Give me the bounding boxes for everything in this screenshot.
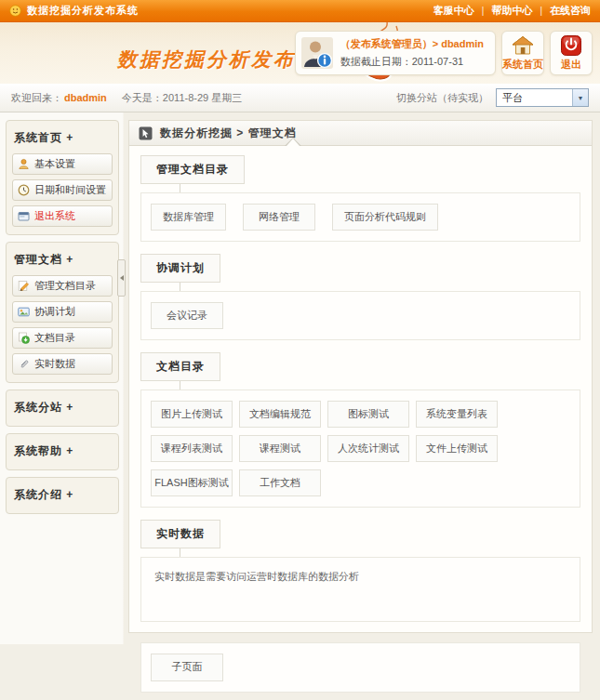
doc-button-subpage[interactable]: 子页面 bbox=[151, 654, 223, 681]
brand-title: 数据挖掘分析发布系统 bbox=[27, 4, 139, 18]
sidebar-section-system-home: 系统首页 + 基本设置 日期和时间设置 退出系统 bbox=[6, 120, 119, 235]
header: 数据挖掘分析发布系统 （发布系统管理员）> dbadmin 数据截止日期：201… bbox=[0, 22, 600, 84]
doc-button-icon-test[interactable]: 图标测试 bbox=[327, 401, 409, 428]
sidebar-section-title[interactable]: 系统帮助 + bbox=[12, 441, 113, 462]
section-realtime-data: 实时数据 实时数据是需要访问运营时数据库的数据分析 bbox=[140, 520, 580, 622]
sidebar-item-label: 管理文档目录 bbox=[34, 279, 96, 293]
sidebar-section-system-help: 系统帮助 + bbox=[6, 433, 119, 470]
doc-button-network-mgmt[interactable]: 网络管理 bbox=[243, 204, 315, 231]
sidebar-item-realtime-data[interactable]: 实时数据 bbox=[12, 353, 113, 375]
section-tab-coordination-plan[interactable]: 协调计划 bbox=[140, 254, 220, 283]
sidebar-item-label: 文档目录 bbox=[34, 331, 75, 345]
sidebar-item-label: 基本设置 bbox=[34, 157, 75, 171]
user-role-line: （发布系统管理员）> dbadmin bbox=[340, 37, 484, 51]
doc-button-doc-edit-spec[interactable]: 文档编辑规范 bbox=[239, 401, 321, 428]
header-right: （发布系统管理员）> dbadmin 数据截止日期：2011-07-31 系统首… bbox=[295, 31, 593, 75]
system-home-label: 系统首页 bbox=[502, 58, 543, 72]
section-tab-realtime-data[interactable]: 实时数据 bbox=[140, 520, 220, 548]
doc-button-meeting-minutes[interactable]: 会议记录 bbox=[151, 302, 223, 329]
topbar-link-online[interactable]: 在线咨询 bbox=[550, 4, 591, 18]
sidebar-item-label: 退出系统 bbox=[34, 209, 75, 223]
tab-stem bbox=[180, 548, 180, 557]
sidebar-section-system-intro: 系统介绍 + bbox=[6, 477, 119, 514]
welcome-left: 欢迎回来： dbadmin 今天是：2011-8-29 星期三 bbox=[11, 91, 242, 105]
doc-button-headcount-test[interactable]: 人次统计测试 bbox=[327, 435, 409, 462]
tab-stem bbox=[180, 381, 180, 390]
window-icon bbox=[18, 210, 30, 222]
download-icon bbox=[18, 332, 30, 344]
welcome-right: 切换分站（待实现） 平台 ▼ bbox=[396, 88, 589, 107]
doc-button-system-variables[interactable]: 系统变量列表 bbox=[416, 401, 498, 428]
topbar-link-service[interactable]: 客服中心 bbox=[433, 4, 474, 18]
avatar bbox=[301, 37, 333, 69]
doc-button-image-upload-test[interactable]: 图片上传测试 bbox=[151, 401, 233, 428]
sidebar-section-title[interactable]: 系统首页 + bbox=[12, 127, 113, 149]
sidebar-item-datetime-settings[interactable]: 日期和时间设置 bbox=[12, 179, 113, 201]
chevron-left-icon bbox=[120, 275, 124, 281]
doc-button-page-analytics-rules[interactable]: 页面分析代码规则 bbox=[332, 204, 438, 231]
doc-button-course-list-test[interactable]: 课程列表测试 bbox=[151, 435, 233, 462]
system-home-button[interactable]: 系统首页 bbox=[501, 31, 544, 75]
section-subpage: 子页面 bbox=[140, 642, 580, 693]
user-lines: （发布系统管理员）> dbadmin 数据截止日期：2011-07-31 bbox=[340, 37, 484, 69]
doc-button-database-mgmt[interactable]: 数据库管理 bbox=[151, 204, 226, 231]
chevron-down-icon[interactable]: ▼ bbox=[572, 89, 588, 106]
sidebar-item-doc-directory[interactable]: 文档目录 bbox=[12, 327, 113, 349]
doc-button-course-test[interactable]: 课程测试 bbox=[239, 435, 321, 462]
user-info-box: （发布系统管理员）> dbadmin 数据截止日期：2011-07-31 bbox=[295, 31, 496, 75]
picture-card-icon bbox=[18, 306, 30, 318]
sidebar-item-manage-doc-dir[interactable]: 管理文档目录 bbox=[12, 275, 113, 297]
sidebar-section-title[interactable]: 管理文档 + bbox=[12, 249, 113, 271]
section-tab-doc-directory[interactable]: 文档目录 bbox=[140, 352, 220, 381]
breadcrumb-bar: 数据分析挖掘 > 管理文档 bbox=[129, 121, 592, 146]
section-panel: 图片上传测试 文档编辑规范 图标测试 系统变量列表 课程列表测试 课程测试 人次… bbox=[140, 390, 580, 508]
switch-site-label: 切换分站（待实现） bbox=[396, 91, 488, 105]
sidebar-item-label: 实时数据 bbox=[34, 357, 75, 371]
clock-icon bbox=[18, 184, 30, 196]
body-row: 系统首页 + 基本设置 日期和时间设置 退出系统 管理文档 + 管理文档目录 bbox=[0, 112, 600, 644]
sidebar-item-label: 日期和时间设置 bbox=[34, 183, 106, 197]
section-coordination-plan: 协调计划 会议记录 bbox=[140, 254, 580, 340]
realtime-data-note: 实时数据是需要访问运营时数据库的数据分析 bbox=[154, 571, 359, 582]
separator: | bbox=[482, 6, 485, 16]
doc-button-work-docs[interactable]: 工作文档 bbox=[239, 469, 321, 496]
sidebar-item-exit-system[interactable]: 退出系统 bbox=[12, 205, 113, 227]
document-cursor-icon bbox=[139, 126, 153, 140]
paperclip-icon bbox=[18, 358, 30, 370]
section-tab-manage-doc-dir[interactable]: 管理文档目录 bbox=[140, 155, 245, 184]
topbar: 数据挖掘分析发布系统 客服中心 | 帮助中心 | 在线咨询 bbox=[0, 0, 600, 22]
sidebar-item-basic-settings[interactable]: 基本设置 bbox=[12, 153, 113, 175]
pencil-icon bbox=[18, 280, 30, 292]
logout-label: 退出 bbox=[561, 58, 581, 72]
today-text: 今天是：2011-8-29 星期三 bbox=[122, 91, 242, 105]
tab-stem bbox=[180, 184, 180, 192]
home-icon bbox=[512, 35, 534, 56]
section-panel: 数据库管理 网络管理 页面分析代码规则 bbox=[140, 192, 580, 242]
site-select[interactable]: 平台 ▼ bbox=[496, 88, 589, 107]
user-icon bbox=[18, 158, 30, 170]
sidebar-item-coordination-plan[interactable]: 协调计划 bbox=[12, 301, 113, 323]
sidebar-section-title[interactable]: 系统介绍 + bbox=[12, 484, 113, 506]
tab-stem bbox=[180, 283, 180, 291]
data-cutoff-line: 数据截止日期：2011-07-31 bbox=[340, 55, 484, 69]
logout-button[interactable]: 退出 bbox=[550, 31, 593, 75]
sidebar-item-label: 协调计划 bbox=[34, 305, 75, 319]
brand: 数据挖掘分析发布系统 bbox=[9, 4, 139, 18]
main-panel: 数据分析挖掘 > 管理文档 管理文档目录 数据库管理 网络管理 页面分析代码规则… bbox=[128, 120, 593, 633]
site-select-value: 平台 bbox=[502, 91, 523, 105]
sidebar-section-manage-docs: 管理文档 + 管理文档目录 协调计划 文档目录 实时数据 bbox=[6, 242, 119, 383]
topbar-links: 客服中心 | 帮助中心 | 在线咨询 bbox=[433, 4, 591, 18]
sidebar-collapse-handle[interactable] bbox=[117, 259, 126, 297]
sidebar-section-title[interactable]: 系统分站 + bbox=[12, 397, 113, 418]
smiley-icon bbox=[9, 5, 21, 17]
section-manage-doc-dir: 管理文档目录 数据库管理 网络管理 页面分析代码规则 bbox=[140, 155, 580, 242]
doc-button-file-upload-test[interactable]: 文件上传测试 bbox=[416, 435, 498, 462]
section-doc-directory: 文档目录 图片上传测试 文档编辑规范 图标测试 系统变量列表 课程列表测试 课程… bbox=[140, 352, 580, 508]
separator: | bbox=[540, 6, 542, 16]
username: dbadmin bbox=[64, 92, 107, 103]
topbar-link-help[interactable]: 帮助中心 bbox=[491, 4, 532, 18]
breadcrumb-notch bbox=[287, 139, 300, 146]
section-panel: 会议记录 bbox=[140, 291, 580, 340]
doc-button-flash-icon-test[interactable]: FLASH图标测试 bbox=[151, 469, 233, 496]
section-panel: 实时数据是需要访问运营时数据库的数据分析 bbox=[140, 557, 580, 622]
